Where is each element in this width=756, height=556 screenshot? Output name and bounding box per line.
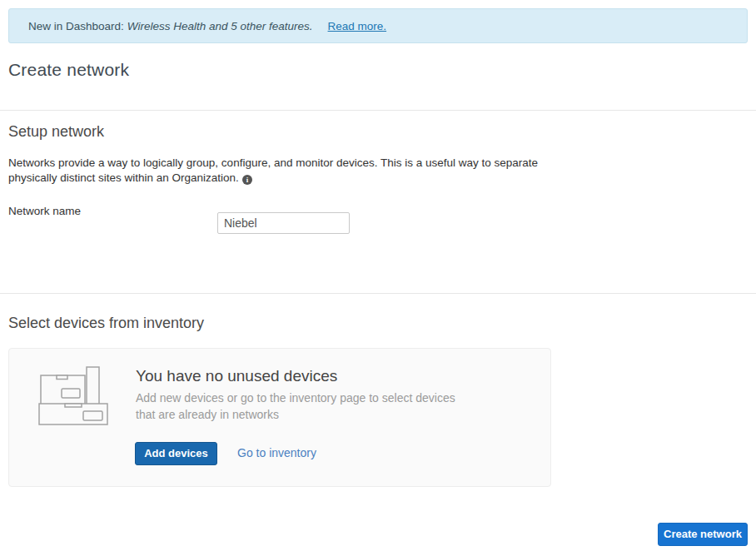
divider [0,293,756,294]
empty-state-line1: Add new devices or go to the inventory p… [136,390,455,406]
create-network-button[interactable]: Create network [658,523,748,546]
network-name-input[interactable] [217,212,350,234]
info-icon[interactable]: i [242,175,252,185]
setup-description-line2: physically distinct sites within an Orga… [8,171,239,184]
divider [0,110,756,111]
banner-highlight: Wireless Health and 5 other features. [127,20,313,32]
device-boxes-illustration [37,365,110,428]
select-devices-heading: Select devices from inventory [8,315,204,332]
go-to-inventory-link[interactable]: Go to inventory [237,446,316,459]
create-network-page: New in Dashboard: Wireless Health and 5 … [0,0,756,556]
setup-description: Networks provide a way to logically grou… [8,156,538,185]
empty-state-description: Add new devices or go to the inventory p… [136,390,455,423]
empty-state-title: You have no unused devices [136,367,337,385]
page-title: Create network [8,60,129,80]
setup-description-line1: Networks provide a way to logically grou… [8,156,538,171]
network-name-label: Network name [8,205,81,217]
read-more-link[interactable]: Read more. [328,20,387,32]
new-features-banner: New in Dashboard: Wireless Health and 5 … [8,8,748,43]
banner-prefix: New in Dashboard: [28,20,124,32]
empty-state-line2: that are already in networks [136,406,455,423]
setup-network-heading: Setup network [8,123,104,141]
add-devices-button[interactable]: Add devices [135,442,217,465]
unused-devices-card: You have no unused devices Add new devic… [8,348,551,487]
